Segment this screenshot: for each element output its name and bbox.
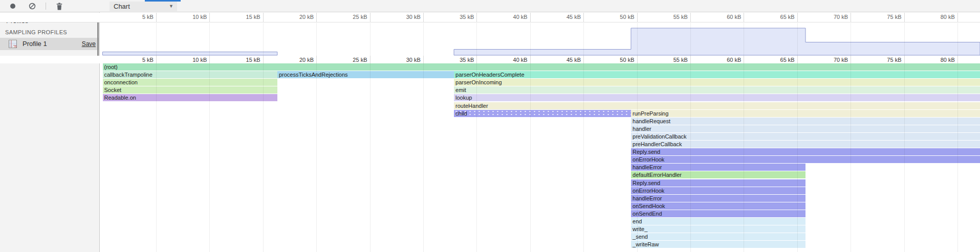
axis-tick [904,13,905,22]
axis-tick-label: 5 kB [118,57,154,63]
flame-bar-readable-on[interactable]: Readable.on [103,94,277,101]
chevron-down-icon: ▼ [169,2,173,11]
flame-bar-runpreparsing[interactable]: runPreParsing [631,110,980,117]
axis-tick-label: 20 kB [278,14,314,20]
view-mode-select[interactable]: Chart ▼ [110,2,177,11]
flame-bar-onerrorhook[interactable]: onErrorHook [631,187,805,194]
axis-tick-label: 10 kB [171,14,207,20]
axis-tick-label: 45 kB [545,57,581,63]
flame-bar-defaulterrorhandler[interactable]: defaultErrorHandler [631,171,805,178]
flame-bar-handleerror[interactable]: handleError [631,195,805,202]
axis-tick [370,56,371,63]
flame-bar-reply-send[interactable]: Reply.send [631,148,980,155]
axis-tick [423,56,424,63]
axis-tick [530,13,531,22]
flamechart-pane: 5 kB10 kB15 kB20 kB25 kB30 kB35 kB40 kB4… [100,12,980,252]
axis-tick [690,13,691,22]
axis-tick [690,56,691,63]
overview-area-chart [0,23,980,56]
axis-tick [316,13,317,22]
axis-tick [957,56,958,63]
axis-tick [370,13,371,22]
axis-tick-label: 25 kB [332,57,367,63]
axis-tick [530,56,531,63]
flamechart-canvas[interactable]: (root)callbackTrampolineprocessTicksAndR… [0,63,980,252]
flame-bar-prevalidationcallback[interactable]: preValidationCallback [631,133,980,140]
flame-bar--send[interactable]: _send [631,233,805,240]
flame-bar-prehandlercallback[interactable]: preHandlerCallback [631,141,980,148]
flame-bar-processticksandrejections[interactable]: processTicksAndRejections [277,71,454,78]
axis-tick-label: 60 kB [705,14,741,20]
overview-shape [454,28,980,55]
flamechart-ruler[interactable]: 5 kB10 kB15 kB20 kB25 kB30 kB35 kB40 kB4… [0,56,980,63]
toolbar: Chart ▼ [0,0,980,12]
flame-bar--root-[interactable]: (root) [103,63,980,71]
flame-bar-routehandler[interactable]: routeHandler [454,102,980,109]
axis-tick [476,13,477,22]
view-mode-value: Chart [114,3,130,10]
flame-bar-onerrorhook[interactable]: onErrorHook [631,156,980,163]
record-icon [10,3,16,9]
axis-tick-label: 10 kB [171,57,207,63]
axis-tick-label: 30 kB [385,14,421,20]
axis-tick [156,56,157,63]
axis-tick [263,56,264,63]
axis-tick [904,56,905,63]
axis-tick [744,13,744,22]
axis-tick [263,13,264,22]
flame-bar-reply-send[interactable]: Reply.send [631,179,805,187]
flame-bar-onsendhook[interactable]: onSendHook [631,202,805,210]
flame-bar-handlerequest[interactable]: handleRequest [631,118,980,125]
axis-tick [851,13,851,22]
axis-tick-label: 60 kB [705,57,741,63]
axis-tick-label: 40 kB [492,57,528,63]
delete-profile-button[interactable] [54,0,64,12]
axis-tick [209,13,210,22]
axis-tick-label: 75 kB [866,57,902,63]
axis-tick [583,13,584,22]
axis-tick-label: 20 kB [278,57,314,63]
flame-bar-parseronincoming[interactable]: parserOnIncoming [454,79,980,86]
axis-tick-label: 65 kB [759,57,795,63]
axis-tick-label: 50 kB [599,57,635,63]
axis-tick-label: 80 kB [919,57,955,63]
axis-tick-label: 50 kB [599,14,635,20]
flame-bar-callbacktrampoline[interactable]: callbackTrampoline [103,71,277,78]
flame-bar-parseronheaderscomplete[interactable]: parserOnHeadersComplete [454,71,980,78]
axis-tick-label: 35 kB [438,57,474,63]
axis-tick-label: 5 kB [118,14,154,20]
axis-tick [957,13,958,22]
axis-tick [476,56,477,63]
axis-tick-label: 65 kB [759,14,795,20]
axis-tick [797,13,798,22]
flame-bar-write-[interactable]: write_ [631,225,805,233]
axis-tick [744,56,744,63]
axis-tick-label: 70 kB [812,57,848,63]
flame-bar-lookup[interactable]: lookup [454,94,980,101]
axis-tick-label: 80 kB [919,14,955,20]
axis-tick-label: 30 kB [385,57,421,63]
record-button[interactable] [8,0,17,12]
flame-bar-socket[interactable]: Socket [103,86,277,94]
trash-icon [56,3,63,10]
flame-bar-handleerror[interactable]: handleError [631,164,805,171]
memory-overview[interactable] [0,23,980,56]
axis-tick [583,56,584,63]
axis-tick-label: 55 kB [652,57,688,63]
flame-bar-emit[interactable]: emit [454,86,980,94]
flame-bar-end[interactable]: end [631,218,805,225]
axis-tick [797,56,798,63]
clear-button[interactable] [28,0,37,12]
axis-tick [637,56,638,63]
overview-ruler[interactable]: 5 kB10 kB15 kB20 kB25 kB30 kB35 kB40 kB4… [0,13,980,22]
overview-shape [103,52,277,56]
flame-bar-onconnection[interactable]: onconnection [103,79,277,86]
flame-bar-onsendend[interactable]: onSendEnd [631,210,805,217]
flame-bar--writeraw[interactable]: _writeRaw [631,241,805,248]
flame-bar-child[interactable]: child [454,110,631,117]
block-icon [29,3,36,10]
axis-tick [637,13,638,22]
flame-bar-handler[interactable]: handler [631,125,980,132]
axis-tick-label: 25 kB [332,14,367,20]
axis-tick-label: 75 kB [866,14,902,20]
